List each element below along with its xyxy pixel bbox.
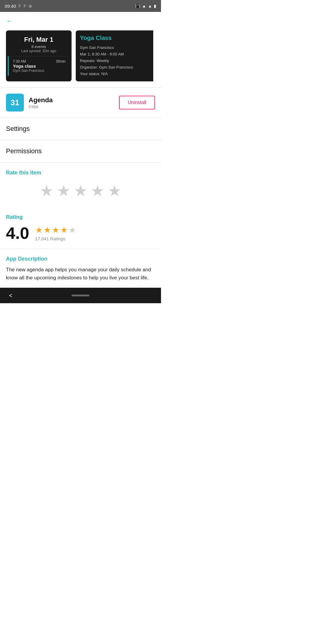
signal-icon: ▲ <box>148 4 152 8</box>
rating-star-1: ★ <box>35 225 43 235</box>
nav-back-arrow-icon[interactable]: < <box>9 292 13 299</box>
card2-status: Your status: N/A <box>80 71 149 77</box>
vibrate-icon: 📳 <box>135 4 140 8</box>
nav-home-pill[interactable] <box>72 295 89 296</box>
battery-icon: ▮ <box>154 4 156 8</box>
rating-count: 17,041 Ratings <box>35 236 76 241</box>
status-time: 09:40 <box>5 4 16 9</box>
status-icon-circle: ⊙ <box>29 4 32 8</box>
rate-star-4[interactable]: ★ <box>91 182 105 200</box>
card2-datetime: Mar 1, 8:30 AM - 9:00 AM <box>80 51 149 58</box>
wifi-icon: ▲ <box>142 4 146 8</box>
rating-star-4: ★ <box>60 225 68 235</box>
rating-star-5: ★ <box>69 225 76 235</box>
rating-star-3: ★ <box>52 225 59 235</box>
app-developer: Fitbit <box>29 104 53 109</box>
rating-stars-filled: ★ ★ ★ ★ ★ <box>35 225 76 235</box>
rating-row: 4.0 ★ ★ ★ ★ ★ 17,041 Ratings <box>6 224 155 242</box>
app-info-section: 31 Agenda Fitbit Uninstall <box>0 88 161 117</box>
rating-stars-group: ★ ★ ★ ★ ★ 17,041 Ratings <box>35 225 76 241</box>
screenshot-card-yoga: Yoga Class Gym San Francisco Mar 1, 8:30… <box>76 30 153 81</box>
settings-menu-item[interactable]: Settings <box>0 118 161 140</box>
rate-star-5[interactable]: ★ <box>108 182 122 200</box>
app-name-group: Agenda Fitbit <box>29 96 53 109</box>
rate-section-label: Rate this item <box>0 162 161 178</box>
card-calendar-header: Fri, Mar 1 8 events Last synced: 32m ago <box>6 30 72 56</box>
card2-repeats: Repeats: Weekly <box>80 58 149 64</box>
rate-star-2[interactable]: ★ <box>57 182 71 200</box>
card2-organizer: Organizer: Gym San Francisco <box>80 64 149 71</box>
app-description-text: The new agenda app helps you manage your… <box>6 266 155 282</box>
uninstall-button[interactable]: Uninstall <box>119 96 155 109</box>
rating-star-2: ★ <box>44 225 51 235</box>
screenshots-row: Fri, Mar 1 8 events Last synced: 32m ago… <box>0 27 161 87</box>
bottom-nav: < <box>0 288 161 303</box>
rating-section-label: Rating <box>0 207 161 223</box>
card-event-item: 7:30 AM Yoga class Gym San Francisco 30m… <box>8 56 70 76</box>
card2-header: Yoga Class <box>76 30 153 44</box>
app-info-left: 31 Agenda Fitbit <box>6 94 53 112</box>
settings-label: Settings <box>6 125 30 132</box>
card-sync: Last synced: 32m ago <box>10 49 67 53</box>
app-description-section: App Description The new agenda app helps… <box>0 249 161 288</box>
card2-title: Yoga Class <box>80 35 149 41</box>
rate-star-1[interactable]: ★ <box>40 182 54 200</box>
rating-score: 4.0 <box>6 224 29 242</box>
event-details: 7:30 AM Yoga class Gym San Francisco <box>13 59 44 73</box>
screenshot-card-calendar: Fri, Mar 1 8 events Last synced: 32m ago… <box>6 30 72 81</box>
app-icon-number: 31 <box>11 98 19 107</box>
back-arrow-icon[interactable]: ← <box>6 17 13 25</box>
status-icon-p2: 𝙿 <box>24 4 26 8</box>
app-description-label: App Description <box>6 256 155 262</box>
permissions-menu-item[interactable]: Permissions <box>0 140 161 162</box>
event-name: Yoga class <box>13 64 44 69</box>
card2-info: Gym San Francisco Mar 1, 8:30 AM - 9:00 … <box>76 44 153 81</box>
rating-section: 4.0 ★ ★ ★ ★ ★ 17,041 Ratings <box>0 224 161 249</box>
status-left: 09:40 𝙿 𝙿 ⊙ <box>5 4 32 9</box>
status-bar: 09:40 𝙿 𝙿 ⊙ 📳 ▲ ▲ ▮ <box>0 0 161 12</box>
status-icon-p1: 𝙿 <box>18 4 21 8</box>
back-button-area[interactable]: ← <box>0 12 161 27</box>
card2-venue: Gym San Francisco <box>80 44 149 51</box>
status-right: 📳 ▲ ▲ ▮ <box>135 4 156 8</box>
rate-star-3[interactable]: ★ <box>74 182 88 200</box>
rate-stars-row[interactable]: ★ ★ ★ ★ ★ <box>0 178 161 207</box>
app-name: Agenda <box>29 96 53 104</box>
event-location: Gym San Francisco <box>13 69 44 73</box>
event-time: 7:30 AM <box>13 59 44 64</box>
card-events-count: 8 events <box>10 44 67 49</box>
app-icon: 31 <box>6 94 24 112</box>
event-duration: 30min <box>56 59 66 64</box>
card-date: Fri, Mar 1 <box>10 36 67 44</box>
permissions-label: Permissions <box>6 147 42 155</box>
